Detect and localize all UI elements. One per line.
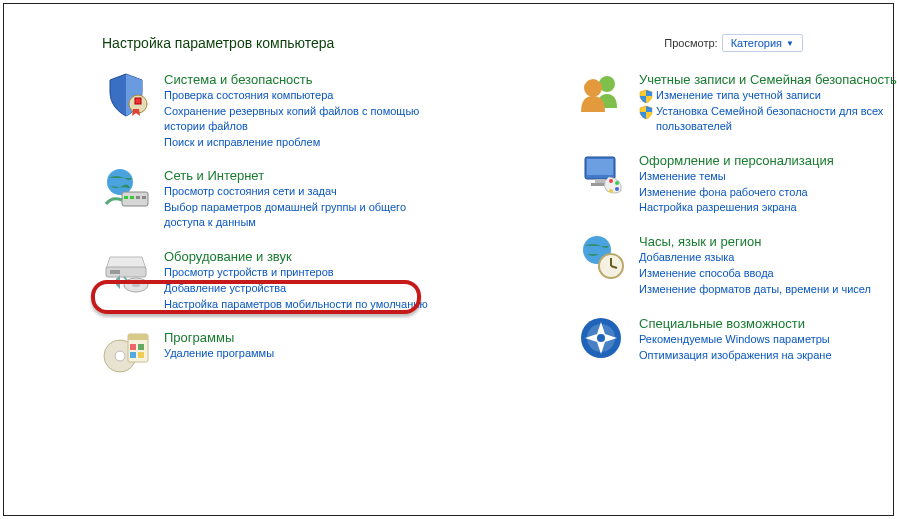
category-link[interactable]: Настройка разрешения экрана: [639, 200, 897, 215]
svg-point-27: [615, 181, 619, 185]
category-appearance: Оформление и персонализация Изменение те…: [577, 151, 897, 217]
category-link[interactable]: Изменение темы: [639, 169, 897, 184]
ease-of-access-icon: [577, 314, 625, 362]
chevron-down-icon: ▼: [786, 39, 794, 48]
category-link[interactable]: Изменение форматов даты, времени и чисел: [639, 282, 897, 297]
svg-point-29: [609, 189, 613, 193]
svg-point-21: [584, 79, 602, 97]
header-bar: Настройка параметров компьютера Просмотр…: [4, 4, 893, 70]
category-title[interactable]: Система и безопасность: [164, 72, 447, 87]
category-body: Часы, язык и регион Добавление языка Изм…: [639, 232, 897, 298]
category-link[interactable]: Настройка параметров мобильности по умол…: [164, 297, 447, 312]
view-value: Категория: [731, 37, 782, 49]
svg-rect-6: [136, 196, 140, 199]
right-column: Учетные записи и Семейная безопасность И…: [577, 70, 897, 392]
view-control: Просмотр: Категория ▼: [664, 34, 803, 52]
category-ease: Специальные возможности Рекомендуемые Wi…: [577, 314, 897, 364]
svg-rect-7: [142, 196, 146, 199]
category-body: Программы Удаление программы: [164, 328, 447, 362]
category-link[interactable]: Удаление программы: [164, 346, 447, 361]
svg-rect-24: [595, 179, 605, 183]
category-link[interactable]: Изменение типа учетной записи: [639, 88, 897, 103]
svg-rect-23: [587, 159, 613, 175]
category-link[interactable]: Поиск и исправление проблем: [164, 135, 447, 150]
system-security-icon: [102, 70, 150, 118]
category-link[interactable]: Добавление языка: [639, 250, 897, 265]
svg-rect-1: [135, 98, 141, 104]
category-clock: Часы, язык и регион Добавление языка Изм…: [577, 232, 897, 298]
view-label: Просмотр:: [664, 37, 717, 49]
svg-rect-15: [128, 334, 148, 340]
svg-point-28: [615, 187, 619, 191]
network-internet-icon: [102, 166, 150, 214]
category-body: Специальные возможности Рекомендуемые Wi…: [639, 314, 897, 364]
svg-point-2: [107, 169, 133, 195]
category-system: Система и безопасность Проверка состояни…: [102, 70, 447, 150]
category-link[interactable]: Оптимизация изображения на экране: [639, 348, 897, 363]
svg-rect-17: [138, 344, 144, 350]
category-title[interactable]: Оборудование и звук: [164, 249, 447, 264]
svg-rect-16: [130, 344, 136, 350]
category-link[interactable]: Рекомендуемые Windows параметры: [639, 332, 897, 347]
view-dropdown[interactable]: Категория ▼: [722, 34, 803, 52]
page-title: Настройка параметров компьютера: [102, 35, 334, 51]
category-link[interactable]: Изменение фона рабочего стола: [639, 185, 897, 200]
appearance-icon: [577, 151, 625, 199]
category-title[interactable]: Сеть и Интернет: [164, 168, 447, 183]
category-users: Учетные записи и Семейная безопасность И…: [577, 70, 897, 135]
category-link[interactable]: Установка Семейной безопасности для всех…: [639, 104, 897, 134]
category-body: Система и безопасность Проверка состояни…: [164, 70, 447, 150]
category-link[interactable]: Добавление устройства: [164, 281, 447, 296]
svg-rect-9: [110, 270, 120, 274]
category-body: Сеть и Интернет Просмотр состояния сети …: [164, 166, 447, 231]
category-hardware: Оборудование и звук Просмотр устройств и…: [102, 247, 447, 313]
category-body: Учетные записи и Семейная безопасность И…: [639, 70, 897, 135]
category-title[interactable]: Специальные возможности: [639, 316, 897, 331]
svg-rect-4: [124, 196, 128, 199]
svg-point-36: [597, 334, 605, 342]
category-link[interactable]: Просмотр состояния сети и задач: [164, 184, 447, 199]
category-title[interactable]: Оформление и персонализация: [639, 153, 897, 168]
category-body: Оборудование и звук Просмотр устройств и…: [164, 247, 447, 313]
svg-point-26: [609, 179, 613, 183]
svg-rect-18: [130, 352, 136, 358]
categories-container: Система и безопасность Проверка состояни…: [4, 70, 893, 392]
category-title[interactable]: Программы: [164, 330, 447, 345]
window-frame: Настройка параметров компьютера Просмотр…: [3, 3, 894, 516]
left-column: Система и безопасность Проверка состояни…: [102, 70, 447, 392]
category-link[interactable]: Выбор параметров домашней группы и общег…: [164, 200, 447, 230]
category-link[interactable]: Проверка состояния компьютера: [164, 88, 447, 103]
svg-point-11: [132, 283, 140, 287]
category-network: Сеть и Интернет Просмотр состояния сети …: [102, 166, 447, 231]
category-link[interactable]: Просмотр устройств и принтеров: [164, 265, 447, 280]
svg-point-13: [115, 351, 125, 361]
uac-shield-icon: [639, 89, 653, 103]
category-link[interactable]: Изменение способа ввода: [639, 266, 897, 281]
svg-rect-5: [130, 196, 134, 199]
programs-icon: [102, 328, 150, 376]
svg-rect-19: [138, 352, 144, 358]
hardware-sound-icon: [102, 247, 150, 295]
category-programs: Программы Удаление программы: [102, 328, 447, 376]
clock-region-icon: [577, 232, 625, 280]
category-title[interactable]: Учетные записи и Семейная безопасность: [639, 72, 897, 87]
category-link[interactable]: Сохранение резервных копий файлов с помо…: [164, 104, 447, 134]
category-body: Оформление и персонализация Изменение те…: [639, 151, 897, 217]
category-title[interactable]: Часы, язык и регион: [639, 234, 897, 249]
user-accounts-icon: [577, 70, 625, 118]
uac-shield-icon: [639, 105, 653, 119]
